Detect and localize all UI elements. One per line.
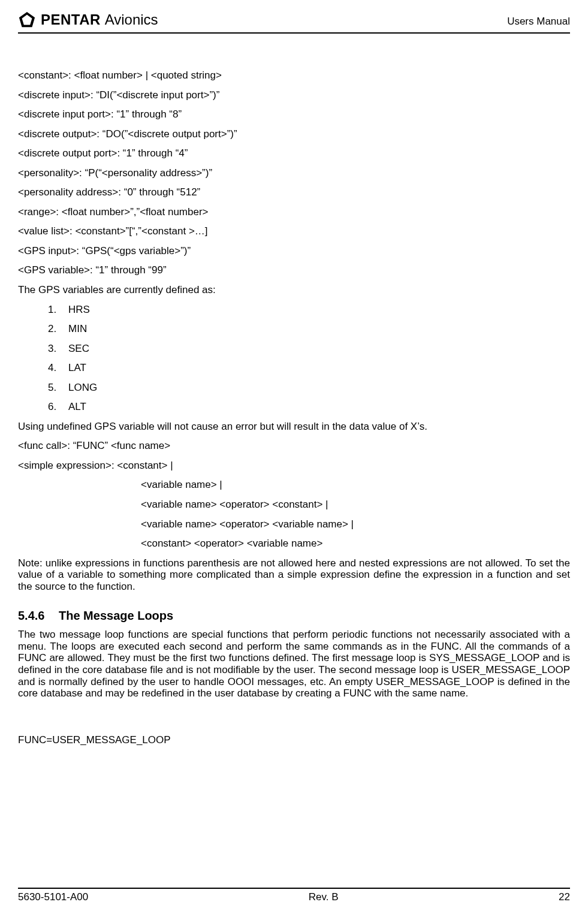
header-rule	[18, 32, 570, 34]
gps-var-list: 1. HRS 2. MIN 3. SEC 4. LAT 5. LONG 6. A…	[18, 304, 570, 413]
func-example: FUNC=USER_MESSAGE_LOOP	[18, 734, 570, 746]
section-title: The Message Loops	[59, 609, 173, 623]
list-value: MIN	[68, 323, 87, 335]
brand-secondary: Avionics	[105, 11, 158, 28]
def-gps-input: <GPS input>: “GPS(“<gps variable>”)”	[18, 245, 570, 257]
doc-number: 5630-5101-A00	[18, 891, 88, 903]
def-gps-variable: <GPS variable>: “1” through “99”	[18, 264, 570, 276]
brand-logo: PENTAR Avionics	[18, 11, 158, 29]
list-num: 1.	[48, 304, 68, 316]
gps-note: Using undefined GPS variable will not ca…	[18, 421, 570, 433]
def-discrete-output: <discrete output>: “DO(”<discrete output…	[18, 128, 570, 140]
list-item: 6. ALT	[48, 401, 570, 413]
def-personality: <personality>: “P(“<personality address>…	[18, 167, 570, 179]
list-num: 5.	[48, 382, 68, 394]
list-num: 6.	[48, 401, 68, 413]
expr-note: Note: unlike expressions in functions pa…	[18, 557, 570, 593]
list-item: 2. MIN	[48, 323, 570, 335]
manual-label: Users Manual	[507, 16, 570, 29]
def-simple-expr: <simple expression>: <constant> |	[18, 460, 570, 472]
section-body: The two message loop functions are speci…	[18, 629, 570, 699]
simple-expr-line: <variable name> <operator> <constant> |	[18, 499, 570, 511]
section-heading: 5.4.6 The Message Loops	[18, 609, 570, 623]
list-value: LONG	[68, 382, 97, 394]
def-discrete-input-port: <discrete input port>: “1” through “8”	[18, 108, 570, 120]
brand-primary: PENTAR	[41, 11, 101, 28]
simple-expr-line: <constant> <operator> <variable name>	[18, 538, 570, 550]
doc-revision: Rev. B	[309, 891, 339, 903]
list-item: 5. LONG	[48, 382, 570, 394]
gps-vars-intro: The GPS variables are currently defined …	[18, 284, 570, 296]
def-personality-address: <personality address>: “0” through “512”	[18, 186, 570, 198]
page-content: <constant>: <float number> | <quoted str…	[18, 70, 570, 746]
list-num: 2.	[48, 323, 68, 335]
page-footer: 5630-5101-A00 Rev. B 22	[18, 888, 570, 903]
simple-expr-line: <variable name> |	[18, 479, 570, 491]
def-discrete-input: <discrete input>: “DI(”<discrete input p…	[18, 89, 570, 101]
def-range: <range>: <float number>”,”<float number>	[18, 206, 570, 218]
list-item: 3. SEC	[48, 343, 570, 355]
list-value: ALT	[68, 401, 86, 413]
list-item: 1. HRS	[48, 304, 570, 316]
list-value: SEC	[68, 343, 89, 355]
def-discrete-output-port: <discrete output port>: “1” through “4”	[18, 147, 570, 159]
def-value-list: <value list>: <constant>”[“,”<constant >…	[18, 225, 570, 237]
list-value: LAT	[68, 362, 86, 374]
list-value: HRS	[68, 304, 90, 316]
page-number: 22	[559, 891, 570, 903]
def-func-call: <func call>: “FUNC” <func name>	[18, 440, 570, 452]
list-num: 4.	[48, 362, 68, 374]
pentagon-icon	[18, 11, 36, 29]
page-header: PENTAR Avionics Users Manual	[18, 11, 570, 29]
section-number: 5.4.6	[18, 609, 59, 623]
def-constant: <constant>: <float number> | <quoted str…	[18, 70, 570, 82]
list-num: 3.	[48, 343, 68, 355]
simple-expr-line: <variable name> <operator> <variable nam…	[18, 518, 570, 530]
list-item: 4. LAT	[48, 362, 570, 374]
